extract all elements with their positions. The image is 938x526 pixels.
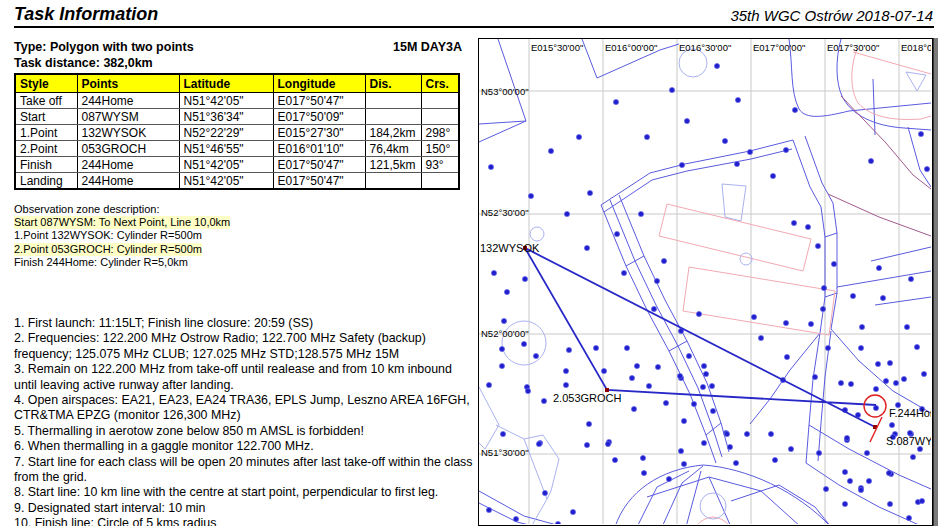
table-cell: E015°27'30" — [273, 125, 365, 141]
waypoint-dot — [792, 107, 797, 112]
instruction-line: 5. Thermalling in aerotow zone below 850… — [14, 424, 476, 439]
instruction-line: 4. Open airspaces: EA21, EA23, EA24 TRA3… — [14, 393, 476, 424]
table-cell: N52°22'29" — [179, 125, 273, 141]
column-header: Latitude — [179, 74, 273, 93]
waypoint-dot — [886, 470, 891, 475]
airspace-boundary — [647, 477, 761, 497]
waypoint-dot — [654, 278, 659, 283]
waypoint-dot — [542, 490, 547, 495]
airspace-boundary — [637, 471, 689, 524]
airspace-boundary — [825, 293, 837, 297]
longitude-label: E016°00'00" — [605, 42, 657, 53]
table-cell: N51°46'55" — [179, 141, 273, 157]
waypoint-dot — [815, 243, 820, 248]
waypoint-dot — [584, 245, 589, 250]
waypoint-dot — [770, 173, 775, 178]
waypoint-dot — [701, 363, 706, 368]
map-waypoint-label: F.244Home — [889, 407, 931, 419]
longitude-label: E015°30'00" — [531, 42, 583, 53]
window-edge-strip — [933, 38, 938, 526]
waypoint-dot — [533, 353, 538, 358]
waypoint-dot — [883, 378, 888, 383]
waypoint-dot — [576, 134, 581, 139]
waypoint-dot — [605, 441, 610, 446]
longitude-label: E017°00'00" — [753, 42, 805, 53]
waypoint-dot — [880, 295, 885, 300]
table-cell: E016°01'10" — [273, 141, 365, 157]
waypoint-dot — [555, 521, 560, 524]
waypoint-dot — [584, 442, 589, 447]
waypoint-dot — [486, 382, 491, 387]
waypoint-dot — [714, 63, 719, 68]
waypoint-dot — [621, 270, 626, 275]
waypoint-dot — [491, 270, 496, 275]
airspace-boundary — [805, 136, 837, 329]
airspace-boundary — [479, 121, 526, 142]
waypoint-dot — [751, 314, 756, 319]
longitude-label: E018°00'00" — [901, 42, 931, 53]
instruction-line: 10. Finish line: Circle of 5 kms radius — [14, 516, 476, 526]
table-cell: 132WYSOK — [77, 125, 179, 141]
airspace-boundary — [831, 329, 931, 413]
waypoint-dot — [868, 158, 873, 163]
waypoint-dot — [564, 211, 569, 216]
waypoint-dot — [521, 341, 526, 346]
waypoint-dot — [681, 418, 686, 423]
waypoint-dot — [917, 446, 922, 451]
waypoint-dot — [816, 450, 821, 455]
waypoint-dot — [528, 193, 533, 198]
waypoint-dot — [703, 371, 708, 376]
waypoint-dot — [499, 363, 504, 368]
waypoint-dot — [536, 441, 541, 446]
waypoint-dot — [901, 376, 906, 381]
waypoint-dot — [747, 149, 752, 154]
table-cell: Finish — [15, 157, 77, 173]
waypoint-dot — [644, 134, 649, 139]
instruction-line: 3. Remain on 122.200 MHz from take-off u… — [14, 362, 476, 393]
waypoint-dot — [820, 306, 825, 311]
table-cell: 2.Point — [15, 141, 77, 157]
latitude-label: N51°30'00" — [481, 447, 529, 458]
waypoint-dot — [563, 368, 568, 373]
waypoint-dot — [772, 457, 777, 462]
table-cell: Start — [15, 109, 77, 125]
waypoint-dot — [910, 454, 915, 459]
airspace-circle — [679, 49, 707, 77]
table-cell: 244Home — [77, 93, 179, 109]
instruction-line: 1. First launch: 11:15LT; Finish line cl… — [14, 316, 476, 331]
waypoint-dot — [919, 498, 924, 503]
longitude-label: E016°30'00" — [679, 42, 731, 53]
table-cell: N51°42'05" — [179, 93, 273, 109]
waypoint-dot — [875, 361, 880, 366]
observation-line: 1.Point 132WYSOK: Cylinder R=500m — [14, 229, 202, 242]
longitude-label: E017°30'00" — [827, 42, 879, 53]
waypoint-dot — [691, 401, 696, 406]
table-cell: Take off — [15, 93, 77, 109]
waypoint-dot — [858, 345, 863, 350]
waypoint-dot — [566, 347, 571, 352]
waypoint-dot — [733, 460, 738, 465]
waypoint-dot — [831, 261, 836, 266]
waypoint-dot — [678, 448, 683, 453]
page-title: Task Information — [14, 4, 158, 25]
waypoint-dot — [661, 258, 666, 263]
table-cell: 76,4km — [365, 141, 421, 157]
waypoint-dot — [876, 265, 881, 270]
observation-line: Start 087WYSM: To Next Point, Line 10,0k… — [14, 216, 230, 229]
waypoint-dot — [601, 368, 606, 373]
map-waypoint-label: 2.053GROCH — [553, 392, 622, 404]
table-cell — [365, 173, 421, 190]
airspace-boundary — [610, 200, 722, 457]
task-distance-label: Task distance: 382,0km — [14, 56, 153, 70]
waypoint-dot — [710, 408, 715, 413]
waypoint-dot — [864, 450, 869, 455]
table-cell: N51°42'05" — [179, 173, 273, 190]
waypoint-dot — [686, 353, 691, 358]
airspace-boundary — [479, 387, 499, 449]
waypoint-dot — [684, 118, 689, 123]
airspace-boundary — [873, 79, 875, 135]
waypoint-dot — [629, 375, 634, 380]
airspace-boundary — [626, 256, 644, 266]
airspace-boundary — [852, 49, 931, 119]
waypoint-dot — [701, 440, 706, 445]
